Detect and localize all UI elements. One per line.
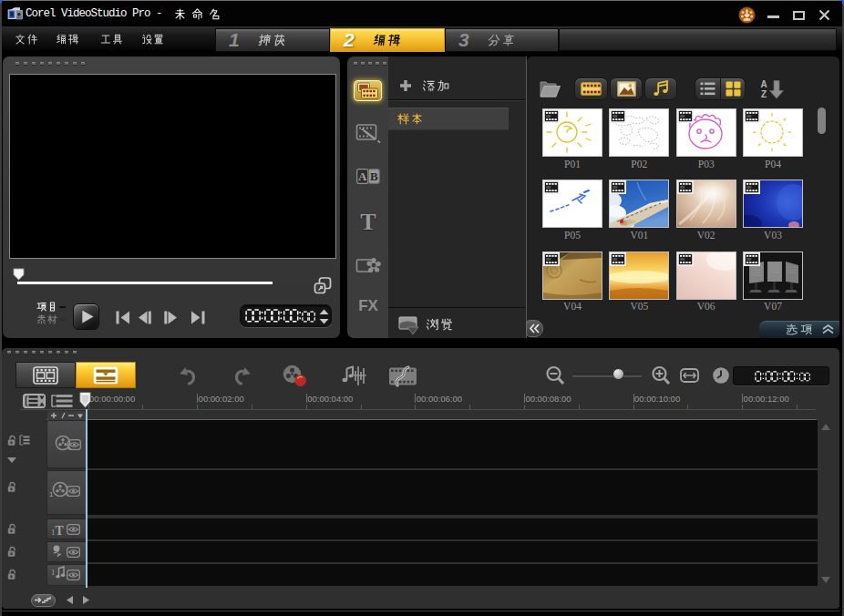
svg-text:A: A — [760, 79, 767, 89]
svg-text:Z: Z — [761, 89, 767, 99]
svg-text:A: A — [358, 169, 367, 183]
svg-text:B: B — [370, 169, 378, 183]
